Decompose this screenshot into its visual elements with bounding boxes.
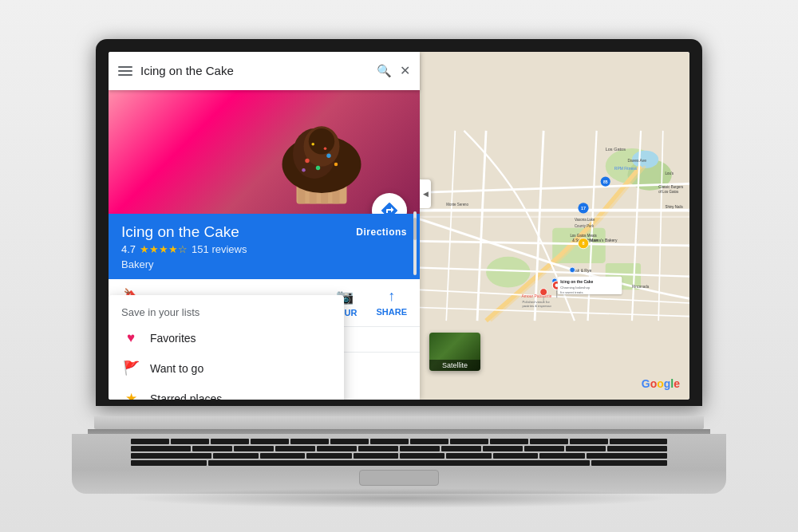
svg-text:8: 8: [582, 241, 584, 246]
svg-text:85: 85: [603, 179, 608, 183]
svg-text:Mama's Bakery: Mama's Bakery: [590, 238, 618, 242]
collapse-chevron-icon: ◀: [423, 190, 429, 198]
laptop-shadow: [124, 488, 674, 508]
share-button[interactable]: ↑ SHARE: [376, 288, 407, 317]
hamburger-icon[interactable]: [118, 66, 132, 76]
heart-icon: ♥: [121, 329, 140, 348]
want-to-go-label: Want to go: [150, 362, 203, 375]
svg-text:Amour Patisserie: Amour Patisserie: [521, 294, 551, 298]
screen: 🔍 ✕ ◀: [109, 52, 689, 400]
place-type: Bakery: [121, 258, 153, 270]
svg-point-20: [486, 256, 530, 287]
svg-point-13: [302, 167, 306, 171]
search-icon[interactable]: 🔍: [377, 64, 392, 78]
svg-text:Classic Burgers: Classic Burgers: [658, 184, 684, 188]
trackpad[interactable]: [359, 470, 439, 486]
google-logo: Google: [642, 377, 680, 390]
directions-icon: [380, 201, 399, 214]
keyboard-area: [72, 434, 726, 494]
list-item-favorites[interactable]: ♥ Favorites: [109, 323, 344, 353]
svg-point-14: [324, 147, 327, 150]
share-icon: ↑: [388, 288, 395, 305]
svg-point-9: [305, 158, 309, 162]
share-label: SHARE: [376, 307, 407, 317]
svg-text:Vasona Lake: Vasona Lake: [575, 218, 595, 222]
favorites-label: Favorites: [150, 332, 196, 345]
rating-number: 4.7: [121, 243, 136, 255]
review-count: 151 reviews: [192, 243, 247, 255]
save-dropdown-title: Save in your lists: [109, 300, 344, 323]
scroll-thumb: [413, 218, 417, 240]
svg-text:Daves Ave: Daves Ave: [627, 157, 646, 162]
svg-text:Rinconada: Rinconada: [632, 284, 650, 288]
svg-text:Lou's: Lou's: [666, 171, 674, 175]
star-icon: ★: [121, 389, 140, 400]
search-bar: 🔍 ✕: [109, 52, 420, 90]
svg-text:Polished venue for: Polished venue for: [523, 299, 551, 303]
left-panel: 🔍 ✕ ◀: [109, 52, 420, 400]
svg-text:of Los Gatos: of Los Gatos: [658, 189, 679, 193]
place-name: Icing on the Cake: [121, 223, 247, 241]
laptop: 🔍 ✕ ◀: [72, 39, 726, 494]
list-item-want-to-go[interactable]: 🚩 Want to go: [109, 353, 344, 384]
rating-row: 4.7 ★★★★☆ 151 reviews: [121, 243, 247, 255]
scroll-bar: [413, 211, 417, 275]
svg-text:Los Gatos: Los Gatos: [606, 146, 626, 151]
svg-point-62: [540, 288, 547, 295]
svg-text:County Park: County Park: [575, 223, 595, 227]
stars-icon: ★★★★☆: [140, 243, 188, 255]
list-item-starred[interactable]: ★ Starred places: [109, 384, 344, 400]
svg-point-11: [316, 165, 320, 169]
place-image: [109, 90, 420, 214]
svg-text:Monte Sereno: Monte Sereno: [446, 203, 468, 207]
save-dropdown: Save in your lists ♥ Favorites 🚩 Want to…: [109, 295, 344, 400]
svg-text:RPM Fitness: RPM Fitness: [614, 165, 638, 170]
svg-text:Los Gatos Meats: Los Gatos Meats: [570, 233, 597, 237]
svg-text:Icing on the Cake: Icing on the Cake: [560, 279, 593, 284]
svg-text:for sweet treats: for sweet treats: [560, 290, 583, 294]
collapse-button[interactable]: ◀: [420, 179, 431, 208]
search-input[interactable]: [140, 64, 369, 77]
satellite-thumbnail[interactable]: Satellite: [429, 333, 480, 371]
svg-text:pastries & espresso: pastries & espresso: [523, 304, 552, 308]
svg-text:Shiny Nails: Shiny Nails: [666, 204, 684, 208]
starred-places-label: Starred places: [150, 392, 222, 400]
close-icon[interactable]: ✕: [400, 63, 410, 78]
svg-point-57: [570, 267, 575, 273]
svg-text:Charming bakeshop: Charming bakeshop: [560, 285, 591, 289]
svg-point-12: [334, 162, 338, 166]
directions-label[interactable]: Directions: [356, 223, 407, 238]
laptop-base: [72, 416, 726, 494]
svg-point-10: [326, 153, 330, 157]
bookmark-icon: 🚩: [121, 359, 140, 378]
map-area[interactable]: 17 85 Daves Ave Monte Sereno Los Gatos V…: [420, 52, 689, 400]
cupcake-illustration: [250, 90, 393, 210]
svg-point-15: [311, 143, 314, 146]
svg-text:17: 17: [581, 206, 586, 211]
place-info-bar: Icing on the Cake 4.7 ★★★★☆ 151 reviews …: [109, 214, 420, 279]
svg-point-8: [309, 128, 334, 154]
satellite-label: Satellite: [429, 360, 480, 371]
screen-bezel: 🔍 ✕ ◀: [96, 39, 702, 406]
